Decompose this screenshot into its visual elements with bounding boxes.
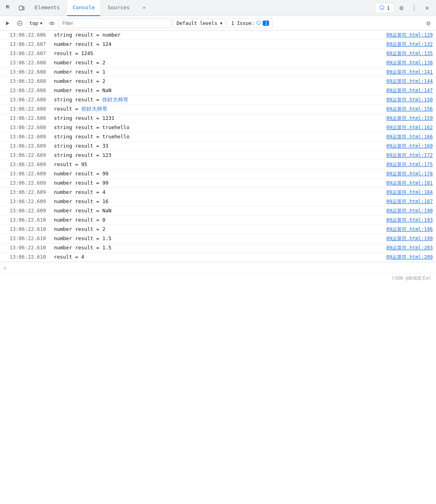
tab-more[interactable]: » — [137, 0, 151, 16]
console-prompt[interactable]: › — [0, 262, 436, 273]
inspector-icon[interactable] — [3, 2, 14, 14]
log-message: number result = 99 — [54, 170, 387, 177]
log-source[interactable]: 09运算符.html:184 — [387, 189, 433, 196]
log-message: string result = 33 — [54, 142, 387, 150]
log-message: number result = 2 — [54, 226, 387, 233]
close-icon[interactable]: ✕ — [422, 2, 433, 14]
svg-marker-3 — [6, 21, 9, 25]
log-message: number result = 0 — [54, 216, 387, 224]
top-toolbar: Elements Console Sources » 🗨 1 ⚙ ⋮ ✕ — [0, 0, 436, 16]
more-icon[interactable]: ⋮ — [409, 2, 420, 14]
log-message: number result = 2 — [54, 59, 387, 66]
issue-message-icon: 🗨 — [256, 20, 261, 26]
log-timestamp: 13:06:22.608 — [10, 68, 54, 76]
log-source[interactable]: 09运算符.html:175 — [387, 161, 433, 168]
default-levels-label: Default levels — [177, 21, 217, 26]
svg-rect-1 — [19, 6, 23, 10]
log-source[interactable]: 09运算符.html:193 — [387, 216, 433, 224]
log-source[interactable]: 09运算符.html:166 — [387, 133, 433, 140]
device-icon[interactable] — [16, 2, 27, 14]
log-timestamp: 13:06:22.610 — [10, 226, 54, 233]
log-message: number result = 1.5 — [54, 244, 387, 251]
chevron-down-icon: ▼ — [40, 21, 42, 25]
log-message: number result = 1 — [54, 68, 387, 76]
message-badge-button[interactable]: 🗨 1 — [374, 3, 394, 13]
log-message: number result = NaN — [54, 87, 387, 94]
issue-badge-button[interactable]: 1 Issue: 🗨 1 — [228, 19, 273, 28]
log-source[interactable]: 09运算符.html:135 — [387, 50, 433, 57]
log-source[interactable]: 09运算符.html:147 — [387, 87, 433, 94]
log-row: 13:06:22.609 string result = 3309运算符.htm… — [0, 142, 436, 151]
filter-input[interactable] — [59, 19, 171, 28]
watermark: CSDN @前端老王wl — [0, 273, 436, 283]
log-row: 13:06:22.608 number result = 209运算符.html… — [0, 77, 436, 86]
console-settings-icon[interactable] — [423, 18, 434, 29]
log-timestamp: 13:06:22.610 — [10, 244, 54, 251]
log-message: number result = NaN — [54, 207, 387, 214]
log-message: number result = 1.5 — [54, 235, 387, 242]
log-timestamp: 13:06:22.609 — [10, 207, 54, 214]
log-source[interactable]: 09运算符.html:169 — [387, 142, 433, 150]
log-message: result = 4 — [54, 253, 387, 261]
log-row: 13:06:22.609 number result = 9909运算符.htm… — [0, 179, 436, 188]
log-source[interactable]: 09运算符.html:199 — [387, 235, 433, 242]
badge-count: 1 — [387, 5, 390, 11]
issue-label: 1 Issue: — [231, 21, 255, 26]
run-icon[interactable] — [2, 18, 13, 29]
log-message: number result = 99 — [54, 179, 387, 187]
log-source[interactable]: 09运算符.html:181 — [387, 179, 433, 187]
tab-elements[interactable]: Elements — [29, 0, 66, 16]
log-timestamp: 13:06:22.610 — [10, 253, 54, 261]
log-source[interactable]: 09运算符.html:172 — [387, 152, 433, 159]
eye-icon[interactable] — [47, 18, 57, 29]
clear-icon[interactable] — [14, 18, 25, 29]
log-row: 13:06:22.607 number result = 12409运算符.ht… — [0, 40, 436, 49]
levels-chevron-icon: ▼ — [220, 21, 222, 25]
log-timestamp: 13:06:22.610 — [10, 235, 54, 242]
prompt-chevron-icon: › — [3, 265, 6, 271]
log-source[interactable]: 09运算符.html:129 — [387, 31, 433, 39]
log-source[interactable]: 09运算符.html:203 — [387, 244, 433, 251]
log-source[interactable]: 09运算符.html:150 — [387, 96, 433, 103]
log-source[interactable]: 09运算符.html:156 — [387, 105, 433, 113]
log-message: number result = 4 — [54, 189, 387, 196]
log-source[interactable]: 09运算符.html:132 — [387, 41, 433, 48]
log-timestamp: 13:06:22.609 — [10, 170, 54, 177]
log-message: result = 你好大帅哥 — [54, 105, 387, 113]
log-timestamp: 13:06:22.609 — [10, 142, 54, 150]
log-message: result = 1245 — [54, 50, 387, 57]
log-source[interactable]: 09运算符.html:190 — [387, 207, 433, 214]
log-row: 13:06:22.610 number result = 1.509运算符.ht… — [0, 234, 436, 243]
log-row: 13:06:22.609 string result = 12309运算符.ht… — [0, 151, 436, 160]
issue-count: 1 — [263, 21, 269, 26]
log-message: string result = 你好大帅哥 — [54, 96, 387, 103]
log-source[interactable]: 09运算符.html:209 — [387, 253, 433, 261]
log-source[interactable]: 09运算符.html:159 — [387, 115, 433, 122]
log-message: number result = 2 — [54, 78, 387, 85]
log-source[interactable]: 09运算符.html:138 — [387, 59, 433, 66]
log-message: string result = 1231 — [54, 115, 387, 122]
log-timestamp: 13:06:22.608 — [10, 115, 54, 122]
log-source[interactable]: 09运算符.html:196 — [387, 226, 433, 233]
context-selector[interactable]: top ▼ — [27, 19, 45, 28]
svg-point-8 — [428, 22, 430, 24]
log-timestamp: 13:06:22.608 — [10, 124, 54, 131]
log-row: 13:06:22.607 result = 124509运算符.html:135 — [0, 49, 436, 58]
log-row: 13:06:22.609 number result = 1609运算符.htm… — [0, 197, 436, 206]
console-log-area: 13:06:22.606 string result = number09运算符… — [0, 31, 436, 262]
log-source[interactable]: 09运算符.html:187 — [387, 198, 433, 205]
log-message: result = 95 — [54, 161, 387, 168]
log-row: 13:06:22.610 number result = 009运算符.html… — [0, 216, 436, 225]
tab-console[interactable]: Console — [67, 0, 101, 16]
default-levels-button[interactable]: Default levels ▼ — [173, 19, 226, 28]
log-source[interactable]: 09运算符.html:178 — [387, 170, 433, 177]
log-message: string result = truehello — [54, 133, 387, 140]
tab-sources[interactable]: Sources — [102, 0, 135, 16]
log-row: 13:06:22.609 result = 9509运算符.html:175 — [0, 160, 436, 169]
settings-icon[interactable]: ⚙ — [396, 2, 407, 14]
log-source[interactable]: 09运算符.html:141 — [387, 68, 433, 76]
log-source[interactable]: 09运算符.html:162 — [387, 124, 433, 131]
log-source[interactable]: 09运算符.html:144 — [387, 78, 433, 85]
console-toolbar: top ▼ Default levels ▼ 1 Issue: 🗨 1 — [0, 16, 436, 31]
log-row: 13:06:22.608 result = 你好大帅哥09运算符.html:15… — [0, 105, 436, 114]
